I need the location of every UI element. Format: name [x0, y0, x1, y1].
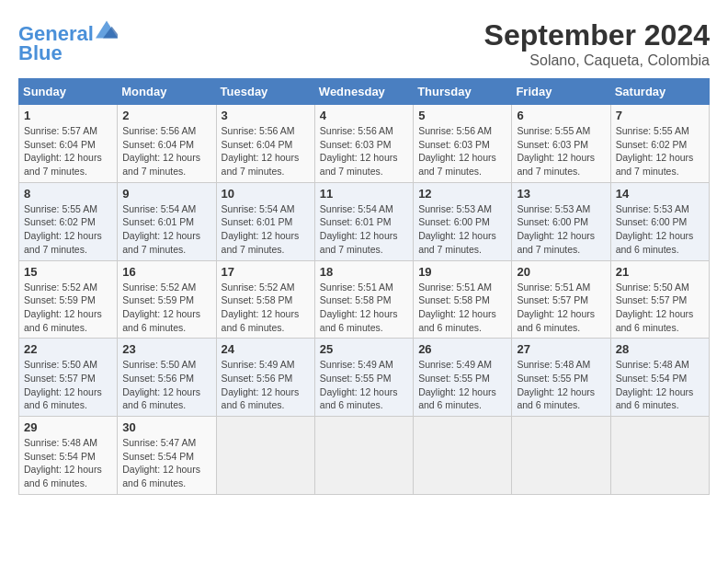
day-number: 3 — [222, 109, 310, 122]
table-row: 7Sunrise: 5:55 AMSunset: 6:02 PMDaylight… — [610, 105, 709, 183]
col-thursday: Thursday — [414, 79, 512, 105]
day-info: Sunrise: 5:49 AMSunset: 5:56 PMDaylight:… — [222, 358, 310, 412]
day-info: Sunrise: 5:52 AMSunset: 5:58 PMDaylight:… — [222, 281, 310, 335]
day-info: Sunrise: 5:50 AMSunset: 5:57 PMDaylight:… — [24, 358, 112, 412]
day-number: 9 — [122, 187, 210, 201]
day-number: 21 — [616, 265, 704, 279]
day-info: Sunrise: 5:55 AMSunset: 6:03 PMDaylight:… — [517, 124, 605, 178]
day-number: 7 — [616, 109, 704, 122]
table-row: 4Sunrise: 5:56 AMSunset: 6:03 PMDaylight… — [314, 105, 413, 183]
day-number: 18 — [320, 265, 408, 279]
table-row — [512, 417, 610, 495]
day-number: 25 — [320, 342, 408, 356]
day-number: 22 — [24, 342, 112, 356]
day-info: Sunrise: 5:48 AMSunset: 5:54 PMDaylight:… — [24, 436, 112, 490]
table-row: 14Sunrise: 5:53 AMSunset: 6:00 PMDayligh… — [610, 182, 709, 260]
table-row: 27Sunrise: 5:48 AMSunset: 5:55 PMDayligh… — [512, 339, 610, 417]
day-number: 11 — [320, 187, 408, 201]
day-info: Sunrise: 5:53 AMSunset: 6:00 PMDaylight:… — [418, 202, 506, 257]
day-info: Sunrise: 5:47 AMSunset: 5:54 PMDaylight:… — [122, 436, 210, 490]
day-info: Sunrise: 5:50 AMSunset: 5:56 PMDaylight:… — [122, 358, 210, 412]
day-info: Sunrise: 5:49 AMSunset: 5:55 PMDaylight:… — [418, 358, 506, 412]
day-info: Sunrise: 5:52 AMSunset: 5:59 PMDaylight:… — [24, 281, 112, 335]
day-info: Sunrise: 5:49 AMSunset: 5:55 PMDaylight:… — [320, 358, 408, 412]
table-row: 3Sunrise: 5:56 AMSunset: 6:04 PMDaylight… — [216, 105, 314, 183]
col-tuesday: Tuesday — [216, 79, 314, 105]
day-info: Sunrise: 5:48 AMSunset: 5:55 PMDaylight:… — [517, 358, 605, 412]
day-info: Sunrise: 5:51 AMSunset: 5:58 PMDaylight:… — [418, 281, 506, 335]
day-info: Sunrise: 5:52 AMSunset: 5:59 PMDaylight:… — [122, 281, 210, 335]
location-title: Solano, Caqueta, Colombia — [484, 52, 710, 69]
table-row: 28Sunrise: 5:48 AMSunset: 5:54 PMDayligh… — [610, 339, 709, 417]
col-friday: Friday — [512, 79, 610, 105]
day-number: 2 — [122, 109, 210, 122]
day-number: 4 — [320, 109, 408, 122]
table-row — [414, 417, 512, 495]
table-row: 21Sunrise: 5:50 AMSunset: 5:57 PMDayligh… — [610, 260, 709, 339]
table-row — [314, 417, 413, 495]
day-number: 15 — [24, 265, 112, 279]
calendar-week-row: 29Sunrise: 5:48 AMSunset: 5:54 PMDayligh… — [19, 417, 710, 495]
table-row: 24Sunrise: 5:49 AMSunset: 5:56 PMDayligh… — [216, 339, 314, 417]
day-info: Sunrise: 5:53 AMSunset: 6:00 PMDaylight:… — [517, 202, 605, 257]
table-row: 12Sunrise: 5:53 AMSunset: 6:00 PMDayligh… — [414, 182, 512, 260]
table-row: 2Sunrise: 5:56 AMSunset: 6:04 PMDaylight… — [118, 105, 216, 183]
title-area: September 2024 Solano, Caqueta, Colombia — [484, 18, 710, 69]
day-info: Sunrise: 5:56 AMSunset: 6:03 PMDaylight:… — [418, 124, 506, 178]
col-monday: Monday — [118, 79, 216, 105]
day-info: Sunrise: 5:55 AMSunset: 6:02 PMDaylight:… — [24, 202, 112, 257]
logo: General Blue — [18, 18, 118, 65]
table-row: 30Sunrise: 5:47 AMSunset: 5:54 PMDayligh… — [118, 417, 216, 495]
table-row: 15Sunrise: 5:52 AMSunset: 5:59 PMDayligh… — [19, 260, 118, 339]
table-row: 18Sunrise: 5:51 AMSunset: 5:58 PMDayligh… — [314, 260, 413, 339]
day-info: Sunrise: 5:54 AMSunset: 6:01 PMDaylight:… — [320, 202, 408, 257]
col-wednesday: Wednesday — [314, 79, 413, 105]
table-row: 5Sunrise: 5:56 AMSunset: 6:03 PMDaylight… — [414, 105, 512, 183]
month-title: September 2024 — [484, 18, 710, 52]
day-info: Sunrise: 5:53 AMSunset: 6:00 PMDaylight:… — [616, 202, 704, 257]
day-number: 30 — [122, 420, 210, 434]
table-row: 8Sunrise: 5:55 AMSunset: 6:02 PMDaylight… — [19, 182, 118, 260]
day-info: Sunrise: 5:56 AMSunset: 6:04 PMDaylight:… — [222, 124, 310, 178]
day-number: 20 — [517, 265, 605, 279]
day-number: 16 — [122, 265, 210, 279]
day-info: Sunrise: 5:54 AMSunset: 6:01 PMDaylight:… — [222, 202, 310, 257]
table-row: 6Sunrise: 5:55 AMSunset: 6:03 PMDaylight… — [512, 105, 610, 183]
day-number: 12 — [418, 187, 506, 201]
day-info: Sunrise: 5:48 AMSunset: 5:54 PMDaylight:… — [616, 358, 704, 412]
day-number: 24 — [222, 342, 310, 356]
col-saturday: Saturday — [610, 79, 709, 105]
table-row: 22Sunrise: 5:50 AMSunset: 5:57 PMDayligh… — [19, 339, 118, 417]
page-header: General Blue September 2024 Solano, Caqu… — [18, 18, 710, 69]
table-row: 20Sunrise: 5:51 AMSunset: 5:57 PMDayligh… — [512, 260, 610, 339]
table-row: 23Sunrise: 5:50 AMSunset: 5:56 PMDayligh… — [118, 339, 216, 417]
day-number: 27 — [517, 342, 605, 356]
table-row: 11Sunrise: 5:54 AMSunset: 6:01 PMDayligh… — [314, 182, 413, 260]
day-number: 5 — [418, 109, 506, 122]
day-number: 6 — [517, 109, 605, 122]
day-number: 28 — [616, 342, 704, 356]
table-row: 26Sunrise: 5:49 AMSunset: 5:55 PMDayligh… — [414, 339, 512, 417]
table-row: 10Sunrise: 5:54 AMSunset: 6:01 PMDayligh… — [216, 182, 314, 260]
col-sunday: Sunday — [19, 79, 118, 105]
day-number: 19 — [418, 265, 506, 279]
day-number: 13 — [517, 187, 605, 201]
day-info: Sunrise: 5:51 AMSunset: 5:58 PMDaylight:… — [320, 281, 408, 335]
table-row: 25Sunrise: 5:49 AMSunset: 5:55 PMDayligh… — [314, 339, 413, 417]
day-info: Sunrise: 5:51 AMSunset: 5:57 PMDaylight:… — [517, 281, 605, 335]
day-info: Sunrise: 5:54 AMSunset: 6:01 PMDaylight:… — [122, 202, 210, 257]
table-row — [216, 417, 314, 495]
day-info: Sunrise: 5:56 AMSunset: 6:04 PMDaylight:… — [122, 124, 210, 178]
table-row: 13Sunrise: 5:53 AMSunset: 6:00 PMDayligh… — [512, 182, 610, 260]
day-number: 17 — [222, 265, 310, 279]
day-number: 23 — [122, 342, 210, 356]
calendar-week-row: 8Sunrise: 5:55 AMSunset: 6:02 PMDaylight… — [19, 182, 710, 260]
table-row: 29Sunrise: 5:48 AMSunset: 5:54 PMDayligh… — [19, 417, 118, 495]
table-row: 9Sunrise: 5:54 AMSunset: 6:01 PMDaylight… — [118, 182, 216, 260]
day-number: 1 — [24, 109, 112, 122]
day-number: 26 — [418, 342, 506, 356]
day-number: 10 — [222, 187, 310, 201]
table-row: 1Sunrise: 5:57 AMSunset: 6:04 PMDaylight… — [19, 105, 118, 183]
table-row — [610, 417, 709, 495]
calendar-week-row: 15Sunrise: 5:52 AMSunset: 5:59 PMDayligh… — [19, 260, 710, 339]
